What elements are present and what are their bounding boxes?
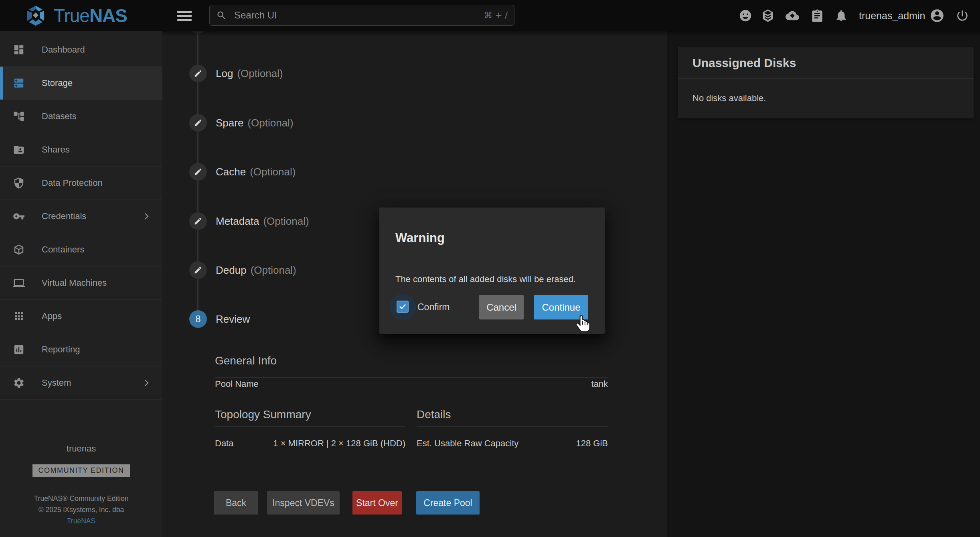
hostname-label: truenas [0,443,162,454]
sidebar-item-label: Shares [42,144,70,155]
confirm-checkbox-label[interactable]: Confirm [417,295,450,319]
wizard-step-spare[interactable]: Spare (Optional) [189,114,294,132]
footer-line-2: © 2025 iXsystems, Inc. dba [0,504,162,515]
pool-name-value: tank [591,379,608,389]
divider [215,377,608,378]
dialog-title: Warning [395,231,445,245]
step-label: Cache [216,166,246,178]
top-bar: TrueNAS ⌘ + / truenas_admin [0,0,980,31]
sidebar-item-label: Reporting [42,344,80,355]
wizard-step-log[interactable]: Log (Optional) [189,65,283,82]
container-box-icon [13,244,25,256]
sidebar-item-label: System [42,378,71,388]
wizard-step-review[interactable]: 8 Review [189,310,250,328]
sidebar-item-reporting[interactable]: Reporting [0,333,162,366]
sidebar-item-dashboard[interactable]: Dashboard [0,33,162,66]
no-disks-message: No disks available. [692,78,766,118]
edit-pencil-icon [189,261,207,279]
unassigned-disks-card: Unassigned Disks No disks available. [678,47,974,118]
capacity-value: 128 GiB [576,438,608,449]
truenas-logo-mark-icon [23,6,48,26]
wizard-step-cache[interactable]: Cache (Optional) [189,163,296,181]
sidebar-item-credentials[interactable]: Credentials [0,199,162,233]
topology-data-value: 1 × MIRROR | 2 × 128 GiB (HDD) [273,438,405,449]
details-heading: Details [417,408,451,421]
sidebar-item-label: Datasets [42,111,77,122]
account-circle-icon[interactable] [929,8,945,23]
sidebar-item-virtual-machines[interactable]: Virtual Machines [0,266,162,299]
edit-pencil-icon [189,212,207,230]
sidebar-item-apps[interactable]: Apps [0,299,162,333]
start-over-button[interactable]: Start Over [352,491,402,515]
unassigned-disks-title: Unassigned Disks [692,47,796,78]
feedback-smiley-icon[interactable] [739,9,752,22]
truenas-logo[interactable]: TrueNAS [23,5,127,26]
edit-pencil-icon [189,65,207,82]
checkmark-icon [399,303,407,311]
sidebar-item-system[interactable]: System [0,366,162,400]
step-label: Review [216,313,250,325]
jobs-clipboard-icon[interactable] [810,9,824,22]
search-bar[interactable]: ⌘ + / [209,5,514,26]
truecommand-icon[interactable] [761,9,775,22]
chevron-right-icon [142,378,151,388]
sidebar-item-label: Credentials [42,211,86,222]
bar-chart-icon [13,344,25,356]
sidebar-item-label: Data Protection [42,178,103,188]
datasets-tree-icon [13,110,25,122]
sidebar-item-containers[interactable]: Containers [0,233,162,266]
sidebar-item-shares[interactable]: Shares [0,133,162,166]
wizard-step-dedup[interactable]: Dedup (Optional) [189,261,296,279]
truenas-logo-text: TrueNAS [54,5,127,26]
step-label: Metadata [216,215,259,228]
sidebar-item-label: Dashboard [42,45,85,55]
details-capacity-row: Est. Usable Raw Capacity 128 GiB [417,438,608,449]
create-pool-button[interactable]: Create Pool [416,491,480,515]
storage-icon [13,77,25,89]
chevron-right-icon [142,212,151,221]
gear-icon [13,377,25,389]
topology-summary-heading: Topology Summary [215,408,311,421]
confirm-checkbox[interactable] [397,301,409,313]
search-input[interactable] [233,9,484,21]
notifications-bell-icon[interactable] [834,9,848,22]
continue-button[interactable]: Continue [534,295,588,319]
sidebar-item-data-protection[interactable]: Data Protection [0,166,162,199]
search-icon [216,10,227,21]
power-icon[interactable] [956,9,969,22]
step-label: Spare [216,117,243,129]
wizard-step-metadata[interactable]: Metadata (Optional) [189,212,309,230]
sidebar-item-label: Storage [42,78,73,88]
cancel-button[interactable]: Cancel [479,295,524,319]
pool-name-label: Pool Name [215,379,259,389]
footer-line-1: TrueNAS® Community Edition [0,493,162,504]
back-button[interactable]: Back [214,491,258,515]
key-icon [13,210,25,222]
step-optional-label: (Optional) [263,215,309,228]
sidebar-item-storage[interactable]: Storage [0,66,162,100]
edit-pencil-icon [189,163,207,181]
footer-truenas-link[interactable]: TrueNAS [0,515,162,527]
step-optional-label: (Optional) [251,264,296,277]
username-label[interactable]: truenas_admin [859,0,925,31]
pool-name-row: Pool Name tank [215,379,608,389]
step-label: Log [216,67,233,80]
inspect-vdevs-button[interactable]: Inspect VDEVs [267,491,340,515]
dialog-message: The contents of all added disks will be … [395,274,576,285]
step-label: Dedup [216,264,247,277]
shares-folder-icon [13,144,25,156]
divider [215,426,405,427]
laptop-icon [13,277,25,289]
dashboard-icon [13,44,25,56]
sidebar-item-label: Containers [42,244,84,255]
shield-icon [13,177,25,189]
sidebar-item-datasets[interactable]: Datasets [0,100,162,133]
edit-pencil-icon [189,114,207,132]
sidebar-item-label: Apps [42,311,62,321]
apps-grid-icon [13,310,25,322]
sidebar-footer: truenas COMMUNITY EDITION TrueNAS® Commu… [0,443,162,537]
hamburger-menu-icon[interactable] [177,11,192,21]
search-shortcut-hint: ⌘ + / [484,10,508,20]
cloud-backup-icon[interactable] [786,9,799,22]
divider [417,426,608,427]
